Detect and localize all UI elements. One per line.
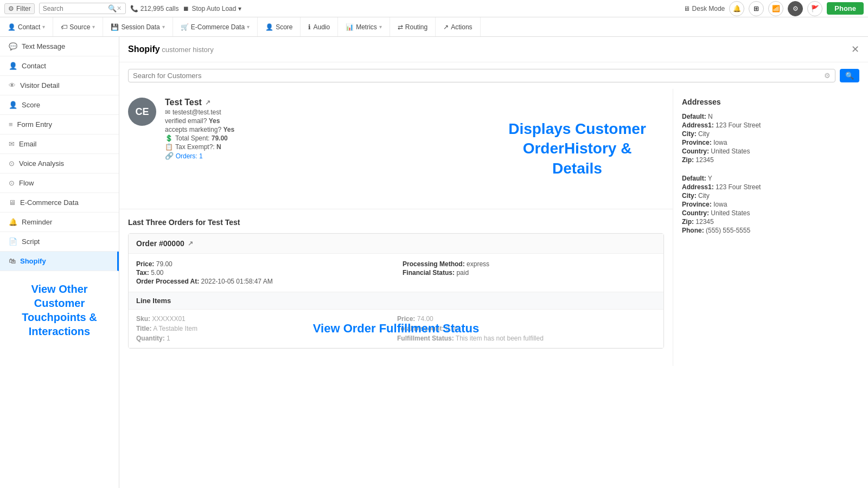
tab-ecommerce[interactable]: 🛒 E-Commerce Data ▾: [173, 17, 258, 37]
sidebar-item-script[interactable]: 📄 Script: [0, 232, 119, 252]
bell-icon-btn[interactable]: 🔔: [729, 1, 744, 16]
sidebar-item-email[interactable]: ✉ Email: [0, 134, 119, 154]
tab-actions[interactable]: ↗ Actions: [436, 17, 480, 37]
person-icon: 👤: [8, 23, 16, 31]
arrows-icon: ⇄: [398, 23, 403, 31]
address1-zip: Zip: 12345: [682, 156, 859, 164]
chevron-down-icon: ▾: [238, 5, 241, 12]
close-button[interactable]: ✕: [851, 43, 859, 55]
flag-icon-btn[interactable]: 🚩: [807, 1, 822, 16]
panel-header: Shopify customer history ✕: [119, 37, 868, 62]
address2-street: Address1: 123 Four Street: [682, 183, 859, 191]
address2-country: Country: United States: [682, 209, 859, 217]
customer-avatar: CE: [128, 98, 156, 126]
tag-icon: 🏷: [61, 23, 67, 31]
customer-email: ✉ testest@test.test: [165, 108, 482, 116]
filter-label: Filter: [16, 5, 31, 12]
address2-province: Province: Iowa: [682, 201, 859, 208]
chevron-down-icon: ▾: [247, 24, 250, 30]
signal-icon-btn[interactable]: 📶: [768, 1, 783, 16]
customer-info: Test Test ↗ ✉ testest@test.test verified…: [165, 98, 482, 200]
filter-icon: ⚙: [8, 5, 14, 12]
top-bar: ⚙ Filter 🔍 ✕ 📞 212,995 calls ⏹ Stop Auto…: [0, 0, 868, 17]
tab-score[interactable]: 👤 Score: [258, 17, 301, 37]
calls-count: 📞 212,995 calls: [130, 5, 179, 12]
ecommerce-icon: 🖥: [9, 198, 16, 207]
address2-zip: Zip: 12345: [682, 218, 859, 226]
order-tax: Tax: 5.00: [136, 269, 390, 277]
sidebar-item-flow[interactable]: ⊙ Flow: [0, 174, 119, 193]
orders-section: Last Three Orders for Test Test Order #0…: [119, 209, 673, 366]
tax-icon: 📋: [165, 143, 173, 151]
address2-default: Default: Y: [682, 175, 859, 182]
search-button[interactable]: 🔍: [840, 69, 859, 82]
order-title: Order #00000 ↗: [136, 239, 656, 248]
order-meta-right: Processing Method: express Financial Sta…: [403, 259, 656, 286]
sidebar-item-visitor-detail[interactable]: 👁 Visitor Detail: [0, 76, 119, 95]
person-icon: 👤: [9, 62, 17, 70]
search-action-icon[interactable]: ✕: [117, 5, 122, 12]
settings-search-icon[interactable]: ⚙: [824, 72, 831, 80]
customer-tax-exempt: 📋 Tax Exempt?: N: [165, 143, 482, 151]
order-price: Price: 79.00: [136, 260, 390, 268]
order-meta: Price: 79.00 Tax: 5.00 Order Processed A…: [129, 254, 663, 292]
grid-icon-btn[interactable]: ⊞: [749, 1, 764, 16]
order-external-link-icon[interactable]: ↗: [188, 240, 193, 247]
monitor-icon: 🖥: [684, 5, 690, 12]
filter-button[interactable]: ⚙ Filter: [4, 3, 35, 14]
chevron-down-icon: ▾: [92, 24, 95, 30]
tab-contact[interactable]: 👤 Contact ▾: [0, 17, 53, 37]
orders-link[interactable]: Orders: 1: [176, 152, 203, 160]
tab-metrics[interactable]: 📊 Metrics ▾: [338, 17, 390, 37]
sidebar-item-reminder[interactable]: 🔔 Reminder: [0, 213, 119, 232]
chat-icon: 💬: [9, 42, 17, 50]
address1-city: City: City: [682, 130, 859, 138]
form-icon: ≡: [9, 120, 13, 129]
top-search-input[interactable]: [43, 5, 108, 12]
bar-chart-icon: 📊: [346, 23, 354, 31]
customer-left-panel: CE Test Test ↗ ✉ testest@test.test verif…: [119, 89, 673, 366]
line-items-header: Line Items: [129, 292, 663, 310]
address-block-2: Default: Y Address1: 123 Four Street Cit…: [682, 175, 859, 234]
nav-tabs-row: 👤 Contact ▾ 🏷 Source ▾ 💾 Session Data ▾ …: [0, 17, 868, 37]
sidebar-item-contact[interactable]: 👤 Contact: [0, 56, 119, 76]
sidebar-item-form-entry[interactable]: ≡ Form Entry: [0, 115, 119, 134]
address1-street: Address1: 123 Four Street: [682, 121, 859, 129]
tab-source[interactable]: 🏷 Source ▾: [53, 17, 103, 37]
customer-name: Test Test ↗: [165, 98, 482, 107]
address2-phone: Phone: (555) 555-5555: [682, 227, 859, 234]
stop-auto-load[interactable]: ⏹ Stop Auto Load ▾: [183, 5, 241, 12]
top-search: 🔍 ✕: [39, 3, 126, 14]
sidebar-promo: View Other Customer Touchpoints & Intera…: [0, 271, 119, 349]
tab-routing[interactable]: ⇄ Routing: [390, 17, 436, 37]
addresses-title: Addresses: [682, 98, 859, 106]
settings-circle-icon[interactable]: ⚙: [788, 1, 803, 16]
tab-audio[interactable]: ℹ Audio: [301, 17, 338, 37]
order-financial-status: Financial Status: paid: [403, 269, 656, 277]
main-content: Shopify customer history ✕ ⚙ 🔍 CE: [119, 37, 868, 488]
sidebar: 💬 Text Message 👤 Contact 👁 Visitor Detai…: [0, 37, 119, 488]
view-order-promo: View Order Fulfillment Status: [129, 310, 663, 348]
email-icon-small: ✉: [165, 108, 170, 116]
tab-session[interactable]: 💾 Session Data ▾: [103, 17, 173, 37]
sidebar-item-voice-analysis[interactable]: ⊙ Voice Analysis: [0, 154, 119, 174]
sidebar-item-score[interactable]: 👤 Score: [0, 95, 119, 115]
external-link-icon[interactable]: ↗: [205, 99, 210, 106]
order-header: Order #00000 ↗: [129, 234, 663, 254]
customer-search-input[interactable]: [133, 72, 824, 80]
shopify-icon: 🛍: [9, 257, 16, 265]
order-processing-method: Processing Method: express: [403, 260, 656, 268]
sidebar-item-ecommerce[interactable]: 🖥 E-Commerce Data: [0, 193, 119, 213]
sidebar-item-shopify[interactable]: 🛍 Shopify: [0, 252, 119, 271]
orders-icon: 🔗: [165, 152, 174, 160]
phone-button[interactable]: Phone: [827, 2, 864, 15]
customer-verified: verified email? Yes: [165, 117, 482, 125]
dollar-icon: 💲: [165, 134, 173, 142]
desk-mode-button[interactable]: 🖥 Desk Mode: [684, 5, 725, 12]
phone-icon: 📞: [130, 5, 138, 12]
top-bar-right: 🖥 Desk Mode 🔔 ⊞ 📶 ⚙ 🚩 Phone: [684, 1, 864, 16]
flow-icon: ⊙: [9, 179, 15, 187]
sidebar-item-text-message[interactable]: 💬 Text Message: [0, 37, 119, 56]
panel-title: Shopify customer history: [128, 44, 214, 54]
chevron-down-icon: ▾: [42, 24, 45, 30]
